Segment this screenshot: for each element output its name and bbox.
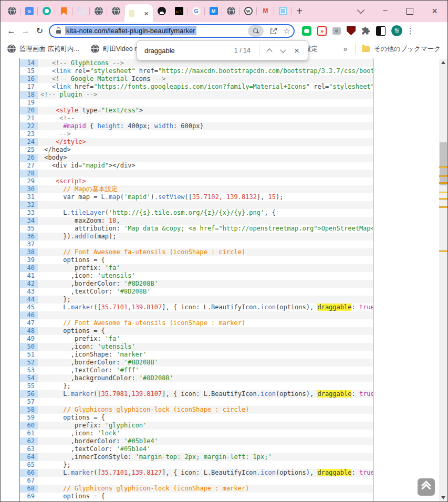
tab-globe-favicon[interactable] — [90, 0, 107, 22]
extensions-puzzle-button[interactable] — [361, 26, 370, 35]
share-icon — [269, 27, 278, 35]
tab-blue-m-favicon[interactable]: M — [205, 0, 222, 22]
find-close-button[interactable]: × — [290, 44, 304, 57]
code-token: <!-- — [40, 75, 71, 82]
lens-search-button[interactable] — [248, 25, 264, 37]
code-token: "text/css" — [101, 107, 139, 114]
back-button[interactable]: ← — [4, 26, 18, 36]
dark-mode-extension-icon[interactable] — [376, 26, 386, 36]
tab-blue-card-favicon[interactable] — [274, 0, 291, 22]
window-chevron-button[interactable] — [348, 0, 373, 22]
code-line: 55 }; — [20, 382, 373, 390]
line-number: 69 — [20, 493, 38, 500]
tab-close-icon[interactable]: × — [144, 9, 149, 17]
forward-button[interactable]: → — [18, 26, 33, 36]
code-text: }).addTo(map); — [38, 233, 373, 240]
code-token: options = { — [40, 327, 105, 334]
browser-menu-button[interactable]: ⋮ — [407, 26, 414, 36]
line-number: 37 — [20, 240, 38, 248]
tab-globe-favicon[interactable] — [107, 0, 124, 22]
code-token: 'margin-top: 2px; margin-left: 1px;' — [136, 453, 272, 461]
tab-terminal-favicon[interactable]: c:\ — [170, 0, 187, 22]
code-token: '#fff' — [117, 367, 139, 374]
line-number: 43 — [20, 288, 38, 296]
tab-bookmark-flag-favicon[interactable] — [55, 0, 72, 22]
tab-globe-favicon[interactable] — [3, 0, 20, 22]
code-line: 46 — [20, 311, 373, 319]
code-token: options = { — [40, 493, 105, 500]
line-number: 51 — [20, 351, 38, 359]
code-token: }; — [40, 382, 71, 390]
code-text: ,innerIconStyle: 'margin-top: 2px; margi… — [38, 453, 373, 461]
code-token: L — [40, 390, 67, 398]
line-number: 53 — [20, 367, 38, 374]
line-number: 64 — [20, 453, 38, 461]
code-token: ,iconShape: — [40, 351, 117, 358]
tab-github-favicon[interactable] — [153, 0, 170, 22]
code-line: 31 var map = L.map('mapid').setView([35.… — [20, 193, 373, 201]
line-number: 35 — [20, 225, 38, 233]
active-tab[interactable]: × — [124, 4, 153, 22]
code-token: // Font Awesome fa-utensils (iconShape :… — [40, 319, 245, 327]
minimize-button[interactable]: – — [373, 0, 398, 22]
code-text: --> — [38, 130, 373, 138]
code-line: 39 options = { — [20, 256, 373, 264]
scrollbar-thumb[interactable] — [440, 142, 447, 185]
code-text: // Font Awesome fa-utensils (iconShape :… — [38, 319, 373, 327]
other-bookmarks-button[interactable]: その他のブックマーク — [374, 45, 441, 54]
find-next-button[interactable] — [276, 44, 290, 57]
find-previous-button[interactable] — [263, 44, 276, 57]
code-token: // Mapの基本設定 — [40, 185, 118, 193]
code-text: ,borderColor: '#8D208B' — [38, 359, 373, 367]
camera-extension-icon[interactable] — [332, 27, 341, 35]
new-tab-button[interactable]: + — [291, 0, 307, 22]
line-number: 63 — [20, 445, 38, 453]
bookmark-flag-favicon — [61, 7, 67, 15]
tab-pastel-favicon[interactable] — [72, 0, 90, 22]
find-match-tick — [439, 166, 447, 168]
scroll-up-arrow[interactable] — [441, 61, 445, 64]
tab-google-favicon[interactable]: G — [187, 0, 205, 22]
bookmark-item[interactable]: 町田Video m — [91, 45, 140, 54]
fast-forward-extension-icon[interactable]: » — [317, 26, 327, 36]
tab-google-news-favicon[interactable]: G — [20, 0, 38, 22]
code-token: </style> — [40, 138, 86, 145]
code-line: 42 ,borderColor: '#8D208B' — [20, 280, 373, 288]
scroll-down-arrow[interactable] — [441, 496, 445, 499]
scrollbar-track[interactable] — [439, 59, 447, 501]
bookmarks-overflow-button[interactable]: » — [343, 45, 348, 53]
tabs-left-group: G — [3, 0, 124, 22]
code-text — [38, 99, 373, 107]
code-token: <!-- — [40, 91, 59, 98]
omnibox[interactable]: kita-note.com/leaflet-plugin-beautifymar… — [49, 24, 295, 38]
tab-gmail-favicon[interactable]: M — [257, 0, 274, 22]
bookmark-item[interactable]: 監理画面 広袴町内... — [7, 45, 79, 54]
maximize-button[interactable] — [398, 0, 422, 22]
page-content: 14 <!-- Glyphicons -->15 <link rel="styl… — [0, 58, 448, 502]
back-to-top-button[interactable] — [418, 478, 435, 496]
line-extension-icon[interactable] — [302, 26, 311, 36]
minimize-icon: – — [383, 5, 387, 14]
find-input[interactable]: draggable — [144, 47, 175, 55]
reload-button[interactable]: ↻ — [33, 26, 47, 36]
tab-globe-favicon[interactable] — [222, 0, 239, 22]
line-number: 50 — [20, 343, 38, 351]
code-token: 'marker' — [117, 351, 147, 358]
share-button[interactable] — [269, 27, 278, 35]
line-number: 47 — [20, 319, 38, 327]
tab-wordpress-favicon[interactable]: W — [239, 0, 257, 22]
profile-avatar[interactable]: 智 — [391, 25, 402, 36]
code-line: 47 // Font Awesome fa-utensils (iconShap… — [20, 319, 373, 327]
tab-teal-ring-favicon[interactable] — [38, 0, 55, 22]
code-token: : 400px; — [120, 122, 154, 130]
url-text[interactable]: kita-note.com/leaflet-plugin-beautifymar… — [65, 26, 196, 35]
code-token: options = { — [40, 414, 105, 421]
code-line: 14 <!-- Glyphicons --> — [20, 59, 373, 67]
code-line: 18<!-- plugin --> — [20, 91, 373, 99]
close-window-button[interactable]: × — [422, 0, 447, 22]
bookmark-star-button[interactable]: ☆ — [284, 26, 290, 36]
wordpress-favicon: W — [244, 7, 253, 15]
code-line: 52 ,borderColor: '#8D208B' — [20, 359, 373, 367]
code-line: 32 — [20, 201, 373, 209]
ublock-extension-icon[interactable]: 3 — [347, 26, 356, 35]
